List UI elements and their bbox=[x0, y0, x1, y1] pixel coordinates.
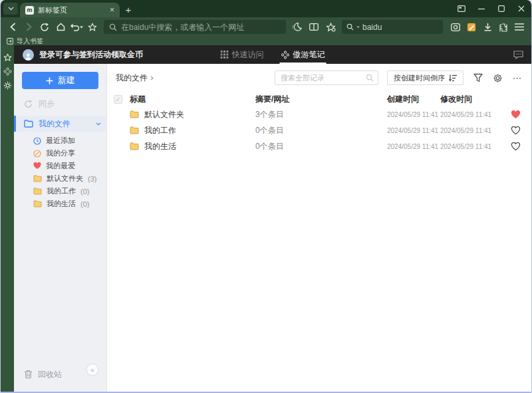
col-header-title[interactable]: 标题 bbox=[130, 94, 255, 105]
favorites-panel-button[interactable] bbox=[3, 53, 12, 62]
clock-icon bbox=[33, 137, 41, 145]
collect-button[interactable] bbox=[323, 20, 338, 35]
col-header-modified[interactable]: 修改时间 bbox=[440, 94, 507, 105]
sidebar-item-life-folder[interactable]: 我的生活 (0) bbox=[14, 197, 106, 210]
sidebar-item-label: 我的最爱 bbox=[46, 161, 75, 171]
menu-button[interactable] bbox=[512, 20, 527, 35]
sidebar-item-favorites[interactable]: 我的最爱 bbox=[14, 160, 106, 172]
settings-panel-button[interactable] bbox=[3, 80, 12, 90]
favorite-toggle[interactable] bbox=[507, 142, 521, 151]
table-row[interactable]: 默认文件夹 3个条目 2024/05/29 11:41 2024/05/29 1… bbox=[107, 106, 531, 122]
minimize-button[interactable] bbox=[471, 0, 491, 17]
main-content: 我的文件 按创建时间倒序 bbox=[107, 64, 531, 392]
maximize-icon bbox=[498, 5, 505, 12]
select-all-checkbox-cell: ✓ bbox=[114, 95, 130, 104]
chevron-down-icon[interactable] bbox=[96, 122, 101, 126]
plus-icon bbox=[46, 77, 53, 84]
row-title: 我的工作 bbox=[144, 125, 176, 136]
search-box[interactable]: baidu bbox=[342, 20, 443, 34]
breadcrumb[interactable]: 我的文件 bbox=[116, 72, 154, 84]
close-button[interactable] bbox=[511, 0, 531, 17]
trash-button[interactable]: 回收站 bbox=[38, 369, 62, 380]
dropdown-caret-icon[interactable] bbox=[356, 26, 360, 29]
gear-icon bbox=[3, 81, 12, 90]
back-button[interactable] bbox=[5, 20, 20, 35]
folder-icon bbox=[33, 188, 42, 195]
reader-mode-button[interactable] bbox=[307, 20, 321, 35]
reader-mode-icon bbox=[309, 23, 319, 31]
maximize-button[interactable] bbox=[491, 0, 511, 17]
person-icon bbox=[24, 53, 33, 61]
sidebar-item-recent[interactable]: 最近添加 bbox=[14, 134, 106, 147]
folder-icon bbox=[130, 126, 139, 134]
new-tab-button[interactable]: + bbox=[120, 2, 137, 17]
favorite-page-button[interactable] bbox=[85, 20, 100, 35]
screenshot-button[interactable] bbox=[448, 20, 463, 35]
browser-tab[interactable]: m 新标签页 × bbox=[20, 3, 120, 17]
new-note-button[interactable]: 新建 bbox=[22, 72, 98, 89]
row-title: 默认文件夹 bbox=[144, 109, 184, 120]
tab-list-button[interactable] bbox=[3, 3, 18, 15]
sidebar-item-my-files[interactable]: 我的文件 bbox=[14, 116, 106, 132]
address-bar[interactable] bbox=[104, 20, 286, 34]
refresh-button[interactable] bbox=[37, 20, 52, 35]
search-icon bbox=[366, 74, 374, 82]
download-button[interactable] bbox=[480, 20, 495, 35]
filter-button[interactable] bbox=[473, 73, 483, 82]
sidebar-item-shared[interactable]: 我的分享 bbox=[14, 147, 106, 160]
records-search-input[interactable] bbox=[281, 74, 366, 82]
forward-button[interactable] bbox=[21, 20, 36, 35]
forward-icon bbox=[26, 23, 32, 31]
maxnote-logo-icon bbox=[3, 67, 12, 76]
table-row[interactable]: 我的工作 0个条目 2024/05/29 11:41 2024/05/29 11… bbox=[107, 122, 531, 138]
feedback-button[interactable] bbox=[513, 51, 523, 59]
undo-button[interactable] bbox=[69, 20, 84, 35]
chevron-right-icon bbox=[150, 76, 154, 80]
heart-outline-icon bbox=[511, 126, 521, 135]
tab-notes[interactable]: 傲游笔记 bbox=[281, 45, 325, 64]
app-tabs: 快速访问 傲游笔记 bbox=[221, 45, 325, 64]
row-modified: 2024/05/29 11:41 bbox=[440, 127, 507, 134]
select-all-checkbox[interactable]: ✓ bbox=[114, 95, 122, 104]
share-icon bbox=[33, 150, 41, 158]
heart-outline-icon bbox=[511, 142, 521, 151]
filter-funnel-icon bbox=[473, 73, 483, 82]
home-button[interactable] bbox=[53, 20, 68, 35]
boss-key-button[interactable] bbox=[452, 0, 471, 17]
sync-button[interactable]: 同步 bbox=[14, 97, 106, 110]
col-header-created[interactable]: 创建时间 bbox=[387, 94, 440, 105]
address-input[interactable] bbox=[121, 23, 281, 32]
sort-order-button[interactable]: 按创建时间倒序 bbox=[387, 70, 464, 85]
favorite-toggle[interactable] bbox=[507, 110, 521, 119]
row-modified: 2024/05/29 11:41 bbox=[440, 143, 507, 150]
sidebar-item-label: 我的工作 bbox=[47, 186, 76, 196]
import-bookmarks-button[interactable]: 导入书签 bbox=[17, 37, 43, 46]
heart-icon bbox=[33, 162, 41, 170]
tab-title: 新标签页 bbox=[38, 5, 106, 15]
tab-quick-access[interactable]: 快速访问 bbox=[221, 45, 264, 64]
tab-close-icon[interactable]: × bbox=[110, 5, 114, 15]
sidebar-bottom: 回收站 « bbox=[14, 364, 106, 392]
search-icon bbox=[346, 23, 354, 31]
avatar[interactable] bbox=[23, 49, 34, 61]
sidebar-item-label: 默认文件夹 bbox=[47, 174, 83, 184]
col-header-summary[interactable]: 摘要/网址 bbox=[255, 94, 387, 105]
view-settings-button[interactable] bbox=[493, 73, 503, 83]
collapse-sidebar-button[interactable]: « bbox=[87, 364, 98, 375]
extensions-button[interactable] bbox=[496, 20, 511, 35]
trash-icon bbox=[24, 370, 33, 379]
search-engine-label: baidu bbox=[362, 23, 382, 32]
notes-panel-button[interactable] bbox=[3, 66, 12, 76]
notes-button[interactable] bbox=[464, 20, 479, 35]
more-options-button[interactable]: ⋯ bbox=[513, 73, 522, 83]
star-icon bbox=[88, 23, 97, 32]
records-search[interactable] bbox=[275, 70, 378, 85]
table-row[interactable]: 我的生活 0个条目 2024/05/29 11:41 2024/05/29 11… bbox=[107, 138, 531, 154]
sidebar-item-work-folder[interactable]: 我的工作 (0) bbox=[14, 185, 106, 197]
notes-app: 登录可参与签到活动领取金币 快速访问 傲游笔记 bbox=[14, 45, 531, 392]
tab-quick-access-label: 快速访问 bbox=[232, 49, 264, 61]
login-promo-text[interactable]: 登录可参与签到活动领取金币 bbox=[39, 49, 143, 61]
night-mode-button[interactable] bbox=[290, 20, 305, 35]
sidebar-item-default-folder[interactable]: 默认文件夹 (3) bbox=[14, 172, 106, 185]
favorite-toggle[interactable] bbox=[507, 126, 521, 135]
